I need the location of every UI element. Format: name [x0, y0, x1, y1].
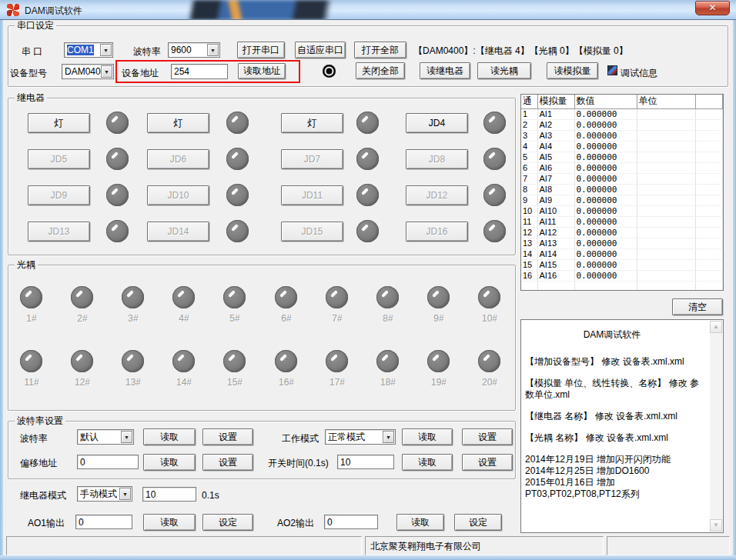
work-mode-set-button[interactable]: 设置 [462, 428, 513, 445]
work-mode-dropdown-button[interactable]: ▼ [383, 431, 394, 443]
switch-time-read-button[interactable]: 读取 [402, 454, 453, 471]
table-row[interactable]: 10AI100.000000 [521, 205, 723, 216]
open-serial-button[interactable]: 打开串口 [237, 42, 285, 58]
relay-button[interactable]: 灯 [147, 113, 209, 133]
table-cell [695, 281, 723, 291]
title-bar[interactable]: DAM调试软件 ✕ [0, 0, 736, 20]
table-row[interactable]: 12AI120.000000 [521, 227, 723, 238]
relay-button[interactable]: JD14 [147, 222, 209, 242]
table-header-cell[interactable]: 模拟量 [537, 95, 574, 108]
relay-time-input[interactable] [142, 487, 196, 502]
read-address-button[interactable]: 读取地址 [238, 63, 286, 79]
table-cell: 11 [521, 216, 537, 227]
relay-button[interactable]: JD13 [28, 222, 90, 242]
relay-button[interactable]: JD16 [406, 222, 468, 242]
work-mode-read-button[interactable]: 读取 [402, 428, 453, 445]
relay-button[interactable]: JD9 [28, 185, 90, 205]
relay-button[interactable]: JD15 [281, 222, 343, 242]
relay-time-unit: 0.1s [202, 490, 219, 501]
table-header-cell[interactable]: 数值 [574, 95, 637, 108]
table-row[interactable]: 6AI60.000000 [521, 162, 723, 173]
table-row[interactable]: 3AI30.000000 [521, 130, 723, 141]
baud-set-button[interactable]: 设置 [202, 428, 253, 445]
table-row[interactable]: 11AI110.000000 [521, 216, 723, 227]
table-header-cell[interactable]: 单位 [637, 95, 695, 108]
ao2-set-button[interactable]: 设定 [454, 514, 502, 531]
changelog-line: 2015年01月16日 增加PT03,PT02,PT08,PT12系列 [525, 477, 699, 500]
app-window: DAM调试软件 ✕ 串口设定 串 口 COM1 ▼ 波特率 9600 ▼ 打开串… [0, 0, 736, 560]
relay-mode-select[interactable]: 手动模式 ▼ [77, 486, 132, 502]
opto-group-label: 光耦 [15, 259, 38, 270]
baud2-select[interactable]: 默认 ▼ [77, 429, 134, 445]
model-dropdown-button[interactable]: ▼ [101, 65, 112, 78]
clear-button[interactable]: 清空 [672, 298, 723, 315]
relay-led-indicator [106, 112, 129, 134]
scroll-up-icon[interactable]: ▲ [710, 321, 722, 333]
table-cell: 0.000000 [574, 248, 637, 259]
table-row[interactable]: 14AI140.000000 [521, 248, 723, 259]
table-row[interactable]: 2AI20.000000 [521, 119, 723, 130]
table-cell: AI12 [537, 227, 574, 238]
table-cell [637, 119, 695, 130]
close-button[interactable]: ✕ [695, 1, 730, 15]
model-select[interactable]: DAM0400 ▼ [62, 64, 114, 79]
table-row[interactable]: 7AI70.000000 [521, 173, 723, 184]
ao2-read-button[interactable]: 读取 [396, 514, 444, 531]
close-all-button[interactable]: 关闭全部 [356, 62, 405, 79]
port-dropdown-button[interactable]: ▼ [100, 44, 112, 56]
relay-button[interactable]: JD8 [406, 149, 468, 169]
relay-button[interactable]: JD7 [281, 149, 343, 169]
port-select[interactable]: COM1 ▼ [64, 42, 113, 58]
table-row[interactable]: 5AI50.000000 [521, 152, 723, 162]
baud-read-button[interactable]: 读取 [143, 428, 196, 445]
relay-button[interactable]: 灯 [281, 113, 343, 133]
relay-button[interactable]: JD6 [147, 149, 209, 169]
table-cell [637, 281, 695, 291]
relay-button[interactable]: JD11 [281, 185, 343, 205]
table-header-cell[interactable]: 通 [521, 95, 537, 108]
table-cell: 0.000000 [574, 119, 637, 130]
ao1-read-button[interactable]: 读取 [143, 514, 196, 531]
read-opto-button[interactable]: 读光耦 [477, 62, 531, 79]
read-analog-button[interactable]: 读模拟量 [547, 62, 598, 79]
ao1-input[interactable] [75, 515, 132, 529]
opto-channel-label: 13# [116, 377, 150, 388]
table-header-cell[interactable] [695, 95, 723, 108]
table-row[interactable]: 8AI80.000000 [521, 184, 723, 195]
device-address-input[interactable] [171, 64, 228, 79]
relay-button[interactable]: 灯 [28, 113, 90, 133]
table-row[interactable]: 15AI150.000000 [521, 259, 723, 270]
offset-set-button[interactable]: 设置 [202, 454, 253, 471]
relay-button[interactable]: JD4 [406, 113, 468, 133]
table-cell [574, 281, 637, 291]
relay-mode-dropdown-button[interactable]: ▼ [119, 488, 131, 500]
scroll-down-icon[interactable]: ▼ [710, 519, 722, 532]
relay-button[interactable]: JD12 [406, 185, 468, 205]
table-cell [695, 152, 723, 162]
table-row[interactable]: 13AI130.000000 [521, 238, 723, 248]
opto-channel-label: 9# [422, 313, 456, 324]
info-scrollbar[interactable]: ▲ ▼ [710, 321, 722, 532]
ao2-input[interactable] [324, 515, 378, 529]
switch-time-set-button[interactable]: 设置 [462, 454, 513, 471]
baud-select[interactable]: 9600 ▼ [168, 42, 220, 58]
baud2-dropdown-button[interactable]: ▼ [121, 431, 132, 443]
baud-dropdown-button[interactable]: ▼ [207, 44, 219, 56]
work-mode-select[interactable]: 正常模式 ▼ [325, 429, 396, 445]
table-row[interactable]: 4AI40.000000 [521, 141, 723, 152]
ao1-set-button[interactable]: 设定 [202, 514, 253, 531]
relay-button[interactable]: JD10 [147, 185, 209, 205]
offset-read-button[interactable]: 读取 [143, 454, 196, 471]
open-all-button[interactable]: 打开全部 [354, 42, 406, 58]
debug-info-label[interactable]: 调试信息 [621, 67, 657, 80]
auto-serial-button[interactable]: 自适应串口 [295, 42, 346, 58]
offset-address-input[interactable] [77, 455, 139, 469]
read-relay-button[interactable]: 读继电器 [420, 62, 470, 79]
table-row[interactable]: 9AI90.000000 [521, 195, 723, 205]
table-row[interactable] [521, 281, 723, 291]
table-row[interactable]: 16AI160.000000 [521, 270, 723, 281]
switch-time-input[interactable] [337, 455, 394, 469]
relay-button[interactable]: JD5 [28, 149, 90, 169]
table-row[interactable]: 1AI10.000000 [521, 108, 723, 119]
table-cell [695, 205, 723, 216]
